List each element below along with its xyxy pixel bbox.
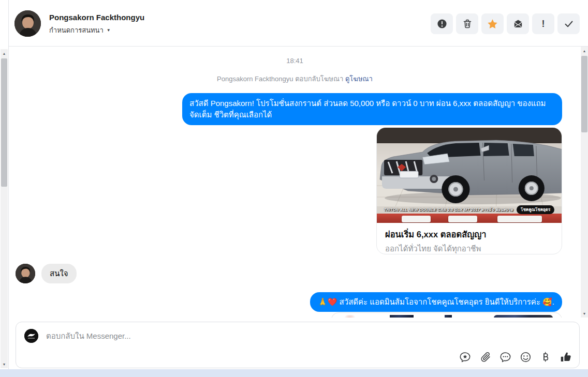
ad-reply-context: Pongsakorn Fackthongyu ตอบกลับโฆษณา ดูโฆ… — [9, 73, 581, 84]
partial-image-fragment — [343, 315, 357, 318]
image-red-banner — [377, 214, 562, 223]
customer-avatar-image — [14, 10, 41, 37]
customer-name: Pongsakorn Fackthongyu — [49, 13, 144, 22]
alert-circle-filled-icon — [437, 19, 447, 29]
partial-image-fragment — [494, 315, 553, 318]
header-actions: ! — [431, 13, 580, 34]
schedule-label: กำหนดการสนทนา — [49, 25, 104, 36]
window-bottom-strip — [0, 369, 588, 377]
scroll-up-arrow-icon[interactable]: ▲ — [581, 47, 588, 55]
banner-plate — [497, 216, 542, 222]
trash-icon — [462, 19, 473, 29]
page-logo-image — [24, 329, 38, 343]
delete-button[interactable] — [456, 13, 478, 34]
attach-file-button[interactable] — [479, 351, 491, 363]
context-customer-name: Pongsakorn Fackthongyu — [217, 75, 293, 83]
scroll-down-arrow-icon[interactable]: ▼ — [1, 360, 8, 368]
comment-button[interactable] — [499, 351, 511, 363]
customer-message-row: สนใจ — [16, 264, 77, 283]
envelope-icon — [513, 19, 523, 29]
baht-payment-icon — [540, 351, 552, 363]
composer-toolbar — [459, 351, 572, 363]
reply-input[interactable] — [46, 329, 408, 343]
scroll-down-arrow-icon[interactable]: ▼ — [581, 309, 588, 318]
attach-icon — [479, 351, 491, 363]
partial-image-fragment — [445, 315, 452, 318]
thread-scrollbar-thumb[interactable] — [581, 56, 587, 132]
mark-important-button[interactable]: ! — [532, 13, 554, 34]
image-caption-bar: TRITON ALL NEW DOUBLE CAB 2.5 GLX MT 201… — [377, 205, 562, 214]
page-message-bubble: สวัสดี Pongsakorn! โปรโมชั่นสงกรานต์ ส่ว… — [182, 93, 562, 125]
check-icon — [564, 19, 574, 29]
card-title: ผ่อนเริ่ม 6,xxx ตลอดสัญญา — [385, 228, 553, 241]
view-ad-link[interactable]: ดูโฆษณา — [345, 75, 373, 83]
emoji-button[interactable] — [519, 351, 532, 363]
banner-plate — [448, 216, 477, 222]
reply-composer — [16, 322, 580, 368]
dealer-badge: โชคคูณโชคอุดร — [517, 205, 554, 214]
customer-avatar-image — [16, 264, 35, 283]
card-footer: ผ่อนเริ่ม 6,xxx ตลอดสัญญา ออกได้ทั่วไทย … — [377, 223, 562, 254]
partial-image-fragment — [390, 315, 414, 318]
car-model-caption: TRITON ALL NEW DOUBLE CAB 2.5 GLX MT 201… — [384, 206, 513, 213]
conversation-schedule-dropdown[interactable]: กำหนดการสนทนา ▼ — [49, 25, 111, 36]
pickup-truck-image — [377, 128, 562, 206]
left-scrollbar[interactable]: ▲ ▼ — [1, 49, 8, 368]
context-action-text: ตอบกลับโฆษณา — [295, 75, 343, 83]
exclamation-icon: ! — [542, 19, 545, 29]
report-spam-button[interactable] — [431, 13, 453, 34]
follow-up-star-button[interactable] — [481, 13, 504, 34]
chevron-down-icon: ▼ — [107, 28, 111, 33]
next-attachment-partial — [331, 312, 562, 318]
conversation-list-rail: ▲ ▼ — [0, 0, 9, 369]
conversation-header: Pongsakorn Fackthongyu กำหนดการสนทนา ▼ — [9, 0, 588, 47]
left-scrollbar-thumb[interactable] — [1, 58, 7, 187]
page-message-bubble: 🙏❤️ สวัสดีค่ะ แอดมินส้มโอจากโชคคูณโชคอุด… — [310, 292, 562, 312]
message-timestamp: 18:41 — [9, 57, 581, 65]
like-button[interactable] — [560, 351, 572, 363]
payment-button[interactable] — [539, 351, 552, 363]
thread-scrollbar[interactable]: ▲ ▼ — [581, 47, 588, 318]
thumbs-up-icon — [560, 351, 572, 364]
scroll-up-arrow-icon[interactable]: ▲ — [1, 49, 8, 57]
banner-plate — [402, 216, 431, 222]
ad-attachment-card[interactable]: TRITON ALL NEW DOUBLE CAB 2.5 GLX MT 201… — [376, 127, 562, 254]
car-photo: TRITON ALL NEW DOUBLE CAB 2.5 GLX MT 201… — [377, 128, 562, 223]
mark-done-button[interactable] — [557, 13, 580, 34]
mark-unread-button[interactable] — [507, 13, 529, 34]
saved-replies-icon — [459, 351, 471, 363]
message-thread: 18:41 Pongsakorn Fackthongyu ตอบกลับโฆษณ… — [9, 47, 581, 318]
page-avatar — [24, 329, 38, 343]
avatar — [16, 264, 35, 283]
emoji-icon — [520, 351, 532, 363]
star-filled-icon — [487, 19, 498, 29]
customer-message-bubble: สนใจ — [41, 264, 77, 283]
saved-replies-button[interactable] — [459, 351, 471, 363]
comment-dots-icon — [499, 351, 511, 363]
card-subtitle: ออกได้ทั่วไทย จัดได้ทุกอาชีพ — [385, 243, 553, 254]
avatar — [14, 10, 41, 37]
